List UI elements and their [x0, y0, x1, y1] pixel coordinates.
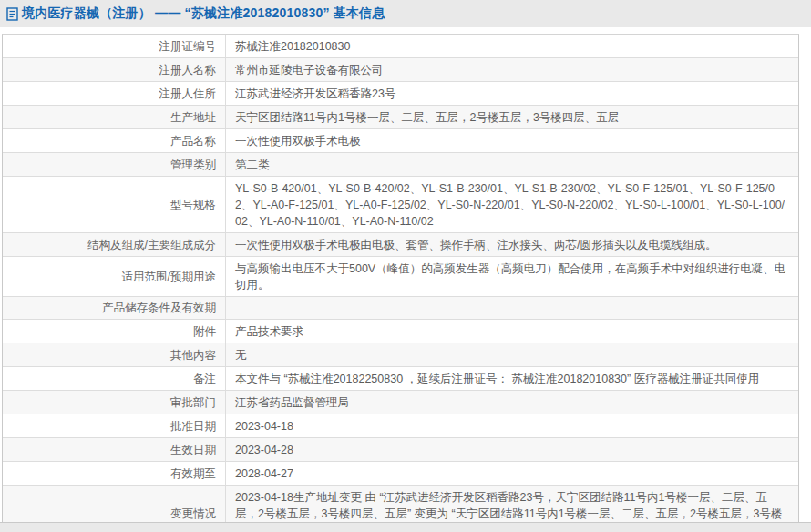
row-label: 产品储存条件及有效期 — [3, 297, 225, 319]
row-value — [225, 297, 798, 319]
row-value: 一次性使用双极手术电极由电极、套管、操作手柄、注水接头、两芯/圆形插头以及电缆线… — [225, 233, 798, 256]
table-row: 生效日期2023-04-28 — [3, 437, 798, 461]
footer-bar — [0, 522, 811, 532]
row-value: 常州市延陵电子设备有限公司 — [225, 58, 798, 81]
row-value: 2023-04-28 — [225, 438, 798, 461]
table-row: 型号规格YL-S0-B-420/01、YL-S0-B-420/02、YL-S1-… — [3, 176, 798, 232]
table-row: 附件产品技术要求 — [3, 319, 798, 343]
table-row: 生产地址天宁区团结路11号内1号楼一层、二层、五层，2号楼五层，3号楼四层、五层 — [3, 105, 798, 128]
row-label: 结构及组成/主要组成成分 — [3, 233, 225, 256]
row-value: 本文件与 “苏械注准20182250830 ，延续后注册证号： 苏械注准2018… — [225, 367, 798, 390]
row-value: 2023-04-18 — [225, 414, 798, 437]
document-icon — [6, 7, 18, 21]
row-label: 备注 — [3, 367, 225, 390]
row-label: 注册人名称 — [3, 58, 225, 81]
row-value: 一次性使用双极手术电极 — [225, 129, 798, 152]
table-row: 有效期至2028-04-27 — [3, 461, 798, 485]
row-label: 管理类别 — [3, 153, 225, 176]
row-label: 附件 — [3, 320, 225, 343]
page-header: 境内医疗器械（注册） —— “苏械注准20182010830” 基本信息 — [0, 0, 811, 27]
row-value: 江苏武进经济开发区稻香路23号 — [225, 82, 798, 105]
row-label: 有效期至 — [3, 462, 225, 485]
row-label: 产品名称 — [3, 129, 225, 152]
row-label: 注册证编号 — [3, 35, 225, 57]
table-row: 注册人名称常州市延陵电子设备有限公司 — [3, 57, 798, 81]
row-value: 天宁区团结路11号内1号楼一层、二层、五层，2号楼五层，3号楼四层、五层 — [225, 106, 798, 128]
row-value: 产品技术要求 — [225, 320, 798, 343]
row-value: YL-S0-B-420/01、YL-S0-B-420/02、YL-S1-B-23… — [225, 177, 798, 232]
row-value: 无 — [225, 343, 798, 366]
row-value: 江苏省药品监督管理局 — [225, 391, 798, 414]
table-row: 结构及组成/主要组成成分一次性使用双极手术电极由电极、套管、操作手柄、注水接头、… — [3, 232, 798, 256]
table-row: 注册人住所江苏武进经济开发区稻香路23号 — [3, 81, 798, 105]
row-label: 注册人住所 — [3, 82, 225, 105]
registration-table: 注册证编号苏械注准20182010830 注册人名称常州市延陵电子设备有限公司 … — [2, 34, 799, 532]
table-row: 备注本文件与 “苏械注准20182250830 ，延续后注册证号： 苏械注准20… — [3, 366, 798, 390]
row-value: 第二类 — [225, 153, 798, 176]
table-row: 管理类别第二类 — [3, 152, 798, 176]
row-label: 审批部门 — [3, 391, 225, 414]
table-row: 审批部门江苏省药品监督管理局 — [3, 390, 798, 414]
row-value: 苏械注准20182010830 — [225, 35, 798, 57]
row-label: 生产地址 — [3, 106, 225, 128]
table-row: 批准日期2023-04-18 — [3, 414, 798, 437]
table-row: 注册证编号苏械注准20182010830 — [3, 35, 798, 57]
page-title: 境内医疗器械（注册） —— “苏械注准20182010830” 基本信息 — [22, 5, 385, 22]
table-row: 产品名称一次性使用双极手术电极 — [3, 128, 798, 152]
row-label: 其他内容 — [3, 343, 225, 366]
row-label: 批准日期 — [3, 414, 225, 437]
table-row: 其他内容无 — [3, 343, 798, 366]
row-label: 型号规格 — [3, 177, 225, 232]
table-row: 适用范围/预期用途与高频输出电压不大于500V（峰值）的高频发生器（高频电刀）配… — [3, 256, 798, 296]
table-row: 产品储存条件及有效期 — [3, 296, 798, 319]
row-label: 生效日期 — [3, 438, 225, 461]
row-value: 与高频输出电压不大于500V（峰值）的高频发生器（高频电刀）配合使用，在高频手术… — [225, 257, 798, 296]
row-value: 2028-04-27 — [225, 462, 798, 485]
row-label: 适用范围/预期用途 — [3, 257, 225, 296]
